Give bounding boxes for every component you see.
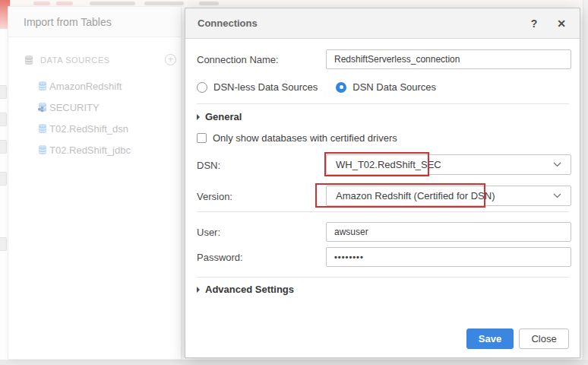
advanced-settings-header[interactable]: Advanced Settings [197,284,294,295]
version-select[interactable]: Amazon Redshift (Certified for DSN) [326,186,571,206]
panel-header: Import from Tables [8,7,181,37]
list-item-label: SECURITY [49,102,100,113]
background-sidebar-item [0,140,7,154]
connection-name-label: Connection Name: [197,54,279,65]
certified-drivers-checkbox[interactable] [197,133,207,143]
database-icon [37,81,48,91]
add-data-source-icon[interactable]: + [165,54,176,65]
data-sources-list: AmazonRedshift SECURITY T02.RedShift_dsn [37,75,178,160]
data-sources-label: DATA SOURCES [40,56,165,65]
dsn-value: WH_T02.RedShift_SEC [336,159,548,170]
database-icon [37,144,48,155]
password-input[interactable] [326,247,571,267]
import-from-tables-panel: Import from Tables DATA SOURCES + Amazon… [8,6,182,360]
toolbar-remnant [33,2,50,5]
dialog-titlebar: Connections ? ✕ [185,8,580,39]
dsnless-radio[interactable] [197,82,207,93]
advanced-settings-label: Advanced Settings [205,284,294,295]
database-icon [37,123,48,134]
general-section-header[interactable]: General [197,111,242,122]
data-sources-header: DATA SOURCES + [24,54,176,65]
connection-name-input[interactable] [326,49,571,69]
user-input[interactable] [326,222,571,242]
dsnless-radio-label: DSN-less Data Sources [213,81,318,93]
dsn-select[interactable]: WH_T02.RedShift_SEC [326,154,571,175]
dsn-label: DSN: [197,160,220,171]
certified-drivers-row: Only show databases with certified drive… [197,132,397,144]
list-item[interactable]: SECURITY [37,97,178,118]
collapse-triangle-icon [197,114,200,120]
panel-title: Import from Tables [24,16,112,28]
close-button[interactable]: Close [519,328,569,349]
divider [197,211,569,212]
dsn-radio[interactable] [336,82,346,93]
toolbar-remnant [144,2,184,5]
toolbar-remnant [90,2,135,5]
toolbar-remnant [199,2,219,5]
database-share-icon [37,102,48,113]
dsn-radio-group: DSN-less Data Sources DSN Data Sources [197,81,454,93]
list-item[interactable]: AmazonRedshift [37,75,178,97]
certified-drivers-label: Only show databases with certified drive… [213,132,397,144]
background-sidebar-item [0,172,7,186]
toolbar-remnant [56,2,73,5]
version-value: Amazon Redshift (Certified for DSN) [336,190,548,202]
background-sidebar-item [0,113,7,126]
user-label: User: [197,227,220,238]
database-icon [24,55,34,65]
collapse-triangle-icon [197,287,200,293]
background-sidebar-item [0,85,7,99]
divider [197,277,569,278]
list-item-label: T02.RedShift_dsn [49,123,128,135]
connections-dialog: Connections ? ✕ Connection Name: DSN-les… [185,8,580,358]
dsn-radio-label: DSN Data Sources [352,81,436,93]
background-scrollbar [583,0,588,365]
password-label: Password: [197,252,243,263]
chevron-down-icon [553,193,561,198]
save-button[interactable]: Save [466,328,514,349]
list-item[interactable]: T02.RedShift_dsn [37,118,178,139]
chevron-down-icon [553,162,561,167]
close-icon[interactable]: ✕ [557,17,566,30]
background-statusbar-strip [0,360,588,365]
list-item[interactable]: T02.RedShift_jdbc [37,139,178,160]
general-section-label: General [205,111,242,122]
background-sidebar-item [0,237,7,251]
list-item-label: AmazonRedshift [49,81,122,92]
list-item-label: T02.RedShift_jdbc [49,144,131,156]
help-button[interactable]: ? [531,17,538,30]
dialog-title: Connections [198,17,511,29]
divider [197,103,569,104]
version-label: Version: [197,191,232,202]
